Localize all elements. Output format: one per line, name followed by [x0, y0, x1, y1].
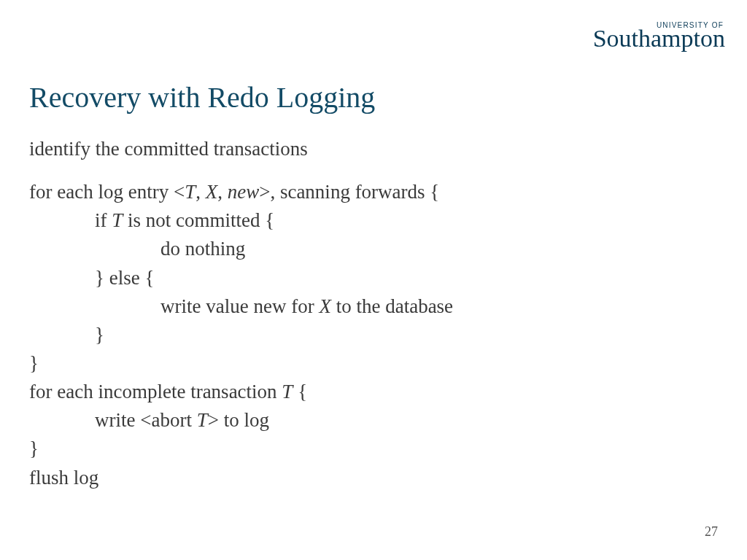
text: for each incomplete transaction	[29, 381, 282, 402]
text: ,	[217, 181, 228, 203]
code-line-3: do nothing	[29, 235, 718, 263]
code-line-8: for each incomplete transaction T {	[29, 378, 718, 406]
code-line-5: write value new for X to the database	[29, 292, 718, 321]
code-line-10: }	[29, 435, 718, 463]
logo-big-text: Southampton	[593, 26, 725, 51]
text: to the database	[331, 295, 453, 317]
var-X: X	[319, 295, 331, 317]
text: ,	[196, 181, 206, 203]
text: > to log	[208, 409, 269, 431]
text: if	[95, 209, 112, 231]
var-T: T	[112, 209, 123, 231]
var-T: T	[282, 381, 293, 402]
text: write <abort	[95, 409, 197, 431]
code-line-6: }	[29, 321, 718, 349]
slide: UNIVERSITY OF Southampton Recovery with …	[0, 0, 747, 560]
code-line-7: }	[29, 349, 718, 378]
var-T: T	[197, 409, 208, 431]
text: is not committed {	[123, 209, 274, 231]
page-number: 27	[705, 524, 718, 540]
code-line-11: flush log	[29, 464, 718, 492]
code-line-1: for each log entry <T, X, new>, scanning…	[29, 178, 718, 206]
code-line-2: if T is not committed {	[29, 206, 718, 235]
text: write value new for	[160, 295, 319, 317]
university-logo: UNIVERSITY OF Southampton	[593, 22, 725, 51]
algorithm-block: for each log entry <T, X, new>, scanning…	[29, 178, 718, 492]
var-X: X	[206, 181, 218, 203]
code-line-4: } else {	[29, 264, 718, 292]
text: >, scanning forwards {	[259, 181, 439, 203]
text: for each log entry <	[29, 181, 185, 203]
var-new: new	[228, 181, 260, 203]
code-line-9: write <abort T> to log	[29, 406, 718, 435]
text: {	[293, 381, 307, 402]
slide-title: Recovery with Redo Logging	[29, 80, 375, 114]
var-T: T	[185, 181, 196, 203]
slide-body: identify the committed transactions for …	[29, 135, 718, 492]
intro-line: identify the committed transactions	[29, 135, 718, 163]
